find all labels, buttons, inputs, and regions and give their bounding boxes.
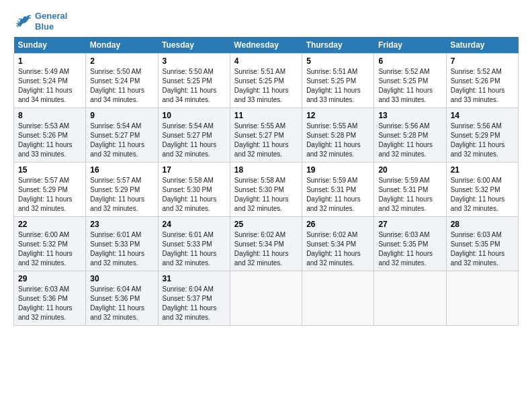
day-info: Sunrise: 6:01 AM Sunset: 5:33 PM Dayligh… (90, 230, 153, 268)
day-number: 1 (18, 56, 81, 66)
day-number: 23 (90, 220, 153, 229)
day-info: Sunrise: 5:54 AM Sunset: 5:27 PM Dayligh… (90, 122, 153, 159)
calendar-cell: 12 Sunrise: 5:55 AM Sunset: 5:28 PM Dayl… (302, 108, 374, 163)
day-header-friday: Friday (374, 37, 446, 54)
day-info: Sunrise: 6:04 AM Sunset: 5:36 PM Dayligh… (90, 285, 153, 322)
day-info: Sunrise: 6:00 AM Sunset: 5:32 PM Dayligh… (451, 176, 514, 214)
day-info: Sunrise: 6:04 AM Sunset: 5:37 PM Dayligh… (163, 285, 226, 322)
day-info: Sunrise: 6:03 AM Sunset: 5:35 PM Dayligh… (378, 230, 441, 268)
day-number: 7 (451, 56, 514, 66)
calendar-cell (446, 271, 518, 326)
day-header-saturday: Saturday (446, 37, 518, 54)
calendar-cell: 30 Sunrise: 6:04 AM Sunset: 5:36 PM Dayl… (86, 271, 158, 326)
day-number: 21 (451, 165, 514, 175)
day-number: 15 (18, 165, 81, 175)
day-number: 3 (163, 56, 226, 66)
calendar-week-5: 29 Sunrise: 6:03 AM Sunset: 5:36 PM Dayl… (14, 271, 519, 326)
logo-text: General Blue (35, 11, 67, 32)
day-info: Sunrise: 5:59 AM Sunset: 5:31 PM Dayligh… (378, 176, 441, 214)
day-info: Sunrise: 6:02 AM Sunset: 5:34 PM Dayligh… (234, 230, 298, 268)
day-header-wednesday: Wednesday (230, 37, 302, 54)
calendar-cell: 31 Sunrise: 6:04 AM Sunset: 5:37 PM Dayl… (158, 271, 230, 326)
day-info: Sunrise: 5:50 AM Sunset: 5:24 PM Dayligh… (90, 67, 153, 105)
calendar-cell: 20 Sunrise: 5:59 AM Sunset: 5:31 PM Dayl… (374, 163, 446, 217)
calendar-cell: 14 Sunrise: 5:56 AM Sunset: 5:29 PM Dayl… (446, 108, 518, 163)
day-info: Sunrise: 5:56 AM Sunset: 5:28 PM Dayligh… (378, 122, 441, 159)
calendar-cell: 27 Sunrise: 6:03 AM Sunset: 5:35 PM Dayl… (374, 217, 446, 271)
calendar-cell: 23 Sunrise: 6:01 AM Sunset: 5:33 PM Dayl… (86, 217, 158, 271)
day-info: Sunrise: 5:54 AM Sunset: 5:27 PM Dayligh… (163, 122, 226, 159)
header: General Blue (13, 11, 519, 32)
day-info: Sunrise: 5:49 AM Sunset: 5:24 PM Dayligh… (18, 67, 81, 105)
day-number: 10 (163, 111, 226, 120)
calendar-cell: 16 Sunrise: 5:57 AM Sunset: 5:29 PM Dayl… (86, 163, 158, 217)
calendar-cell: 5 Sunrise: 5:51 AM Sunset: 5:25 PM Dayli… (302, 54, 374, 108)
calendar-cell: 11 Sunrise: 5:55 AM Sunset: 5:27 PM Dayl… (230, 108, 302, 163)
calendar-cell: 1 Sunrise: 5:49 AM Sunset: 5:24 PM Dayli… (14, 54, 86, 108)
day-number: 16 (90, 165, 153, 175)
calendar-cell: 8 Sunrise: 5:53 AM Sunset: 5:26 PM Dayli… (14, 108, 86, 163)
day-number: 19 (306, 165, 369, 175)
day-number: 2 (90, 56, 153, 66)
logo: General Blue (13, 11, 67, 32)
calendar-cell (374, 271, 446, 326)
day-info: Sunrise: 5:52 AM Sunset: 5:26 PM Dayligh… (451, 67, 514, 105)
day-number: 9 (90, 111, 153, 120)
day-info: Sunrise: 5:58 AM Sunset: 5:30 PM Dayligh… (163, 176, 226, 214)
calendar-cell: 22 Sunrise: 6:00 AM Sunset: 5:32 PM Dayl… (14, 217, 86, 271)
day-info: Sunrise: 5:51 AM Sunset: 5:25 PM Dayligh… (306, 67, 369, 105)
day-info: Sunrise: 5:53 AM Sunset: 5:26 PM Dayligh… (18, 122, 81, 159)
calendar-cell: 28 Sunrise: 6:03 AM Sunset: 5:35 PM Dayl… (446, 217, 518, 271)
day-number: 13 (378, 111, 441, 120)
calendar-cell: 15 Sunrise: 5:57 AM Sunset: 5:29 PM Dayl… (14, 163, 86, 217)
day-info: Sunrise: 5:57 AM Sunset: 5:29 PM Dayligh… (18, 176, 81, 214)
calendar-cell (230, 271, 302, 326)
day-number: 6 (378, 56, 441, 66)
calendar-cell: 18 Sunrise: 5:58 AM Sunset: 5:30 PM Dayl… (230, 163, 302, 217)
day-number: 29 (18, 274, 81, 283)
calendar-cell: 6 Sunrise: 5:52 AM Sunset: 5:25 PM Dayli… (374, 54, 446, 108)
day-number: 5 (306, 56, 369, 66)
calendar-cell: 24 Sunrise: 6:01 AM Sunset: 5:33 PM Dayl… (158, 217, 230, 271)
logo-icon (13, 12, 32, 31)
calendar-cell: 29 Sunrise: 6:03 AM Sunset: 5:36 PM Dayl… (14, 271, 86, 326)
calendar-cell: 25 Sunrise: 6:02 AM Sunset: 5:34 PM Dayl… (230, 217, 302, 271)
day-header-sunday: Sunday (14, 37, 86, 54)
calendar: SundayMondayTuesdayWednesdayThursdayFrid… (13, 37, 519, 326)
day-number: 26 (306, 220, 369, 229)
calendar-cell: 13 Sunrise: 5:56 AM Sunset: 5:28 PM Dayl… (374, 108, 446, 163)
day-number: 20 (378, 165, 441, 175)
calendar-cell: 3 Sunrise: 5:50 AM Sunset: 5:25 PM Dayli… (158, 54, 230, 108)
day-number: 28 (451, 220, 514, 229)
day-number: 18 (234, 165, 298, 175)
day-number: 22 (18, 220, 81, 229)
day-header-monday: Monday (86, 37, 158, 54)
calendar-cell: 10 Sunrise: 5:54 AM Sunset: 5:27 PM Dayl… (158, 108, 230, 163)
day-info: Sunrise: 5:55 AM Sunset: 5:27 PM Dayligh… (234, 122, 298, 159)
calendar-cell: 9 Sunrise: 5:54 AM Sunset: 5:27 PM Dayli… (86, 108, 158, 163)
day-info: Sunrise: 5:55 AM Sunset: 5:28 PM Dayligh… (306, 122, 369, 159)
day-info: Sunrise: 5:58 AM Sunset: 5:30 PM Dayligh… (234, 176, 298, 214)
calendar-cell: 19 Sunrise: 5:59 AM Sunset: 5:31 PM Dayl… (302, 163, 374, 217)
day-number: 8 (18, 111, 81, 120)
day-number: 11 (234, 111, 298, 120)
day-info: Sunrise: 5:57 AM Sunset: 5:29 PM Dayligh… (90, 176, 153, 214)
calendar-header-row: SundayMondayTuesdayWednesdayThursdayFrid… (14, 37, 519, 54)
day-number: 17 (163, 165, 226, 175)
calendar-cell: 4 Sunrise: 5:51 AM Sunset: 5:25 PM Dayli… (230, 54, 302, 108)
day-info: Sunrise: 6:01 AM Sunset: 5:33 PM Dayligh… (163, 230, 226, 268)
calendar-cell: 21 Sunrise: 6:00 AM Sunset: 5:32 PM Dayl… (446, 163, 518, 217)
day-info: Sunrise: 6:00 AM Sunset: 5:32 PM Dayligh… (18, 230, 81, 268)
calendar-week-4: 22 Sunrise: 6:00 AM Sunset: 5:32 PM Dayl… (14, 217, 519, 271)
day-info: Sunrise: 5:59 AM Sunset: 5:31 PM Dayligh… (306, 176, 369, 214)
calendar-week-2: 8 Sunrise: 5:53 AM Sunset: 5:26 PM Dayli… (14, 108, 519, 163)
calendar-cell: 26 Sunrise: 6:02 AM Sunset: 5:34 PM Dayl… (302, 217, 374, 271)
calendar-cell: 17 Sunrise: 5:58 AM Sunset: 5:30 PM Dayl… (158, 163, 230, 217)
day-header-thursday: Thursday (302, 37, 374, 54)
day-info: Sunrise: 5:50 AM Sunset: 5:25 PM Dayligh… (163, 67, 226, 105)
day-number: 25 (234, 220, 298, 229)
calendar-week-1: 1 Sunrise: 5:49 AM Sunset: 5:24 PM Dayli… (14, 54, 519, 108)
day-number: 31 (163, 274, 226, 283)
day-info: Sunrise: 6:02 AM Sunset: 5:34 PM Dayligh… (306, 230, 369, 268)
day-info: Sunrise: 5:56 AM Sunset: 5:29 PM Dayligh… (451, 122, 514, 159)
